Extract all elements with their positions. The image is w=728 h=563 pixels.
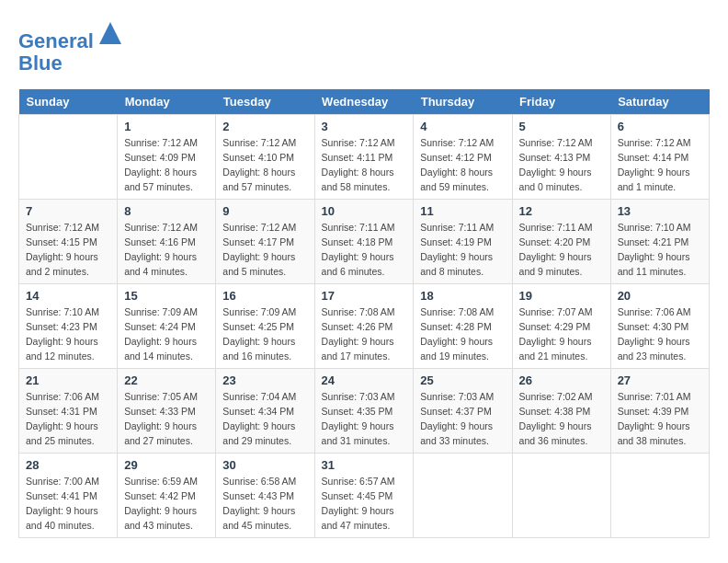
day-number: 28 [26,458,110,472]
calendar-cell: 14Sunrise: 7:10 AMSunset: 4:23 PMDayligh… [19,284,118,369]
day-info: Sunrise: 7:08 AMSunset: 4:28 PMDaylight:… [420,305,505,363]
day-info: Sunrise: 6:57 AMSunset: 4:45 PMDaylight:… [322,475,407,533]
day-number: 23 [222,373,307,387]
day-number: 18 [420,289,505,303]
day-info: Sunrise: 7:11 AMSunset: 4:18 PMDaylight:… [322,221,407,279]
day-number: 2 [222,120,307,133]
day-info: Sunrise: 6:58 AMSunset: 4:43 PMDaylight:… [222,475,307,533]
calendar-cell: 19Sunrise: 7:07 AMSunset: 4:29 PMDayligh… [512,284,610,369]
day-info: Sunrise: 7:05 AMSunset: 4:33 PMDaylight:… [124,390,209,448]
day-number: 13 [618,204,702,218]
calendar-cell: 31Sunrise: 6:57 AMSunset: 4:45 PMDayligh… [314,454,414,538]
day-number: 25 [420,373,505,387]
calendar-cell: 22Sunrise: 7:05 AMSunset: 4:33 PMDayligh… [118,369,216,454]
day-number: 9 [222,204,307,218]
calendar-cell: 1Sunrise: 7:12 AMSunset: 4:09 PMDaylight… [118,115,216,200]
day-number: 20 [618,289,702,303]
day-info: Sunrise: 7:10 AMSunset: 4:23 PMDaylight:… [26,305,110,363]
calendar-cell: 15Sunrise: 7:09 AMSunset: 4:24 PMDayligh… [118,284,216,369]
day-info: Sunrise: 7:06 AMSunset: 4:30 PMDaylight:… [618,305,702,363]
calendar-cell: 9Sunrise: 7:12 AMSunset: 4:17 PMDaylight… [216,200,314,284]
day-info: Sunrise: 7:10 AMSunset: 4:21 PMDaylight:… [618,221,702,279]
day-number: 24 [322,373,407,387]
day-info: Sunrise: 7:09 AMSunset: 4:25 PMDaylight:… [222,305,307,363]
calendar-cell: 21Sunrise: 7:06 AMSunset: 4:31 PMDayligh… [19,369,118,454]
logo-general: General [18,29,94,52]
day-number: 16 [222,289,307,303]
logo: General Blue [18,18,125,75]
logo-icon [96,18,125,48]
calendar-cell: 8Sunrise: 7:12 AMSunset: 4:16 PMDaylight… [118,200,216,284]
calendar-cell: 7Sunrise: 7:12 AMSunset: 4:15 PMDaylight… [19,200,118,284]
day-info: Sunrise: 7:11 AMSunset: 4:19 PMDaylight:… [420,221,505,279]
calendar-cell: 11Sunrise: 7:11 AMSunset: 4:19 PMDayligh… [414,200,512,284]
day-header-monday: Monday [118,89,216,115]
day-number: 21 [26,373,110,387]
calendar-cell: 16Sunrise: 7:09 AMSunset: 4:25 PMDayligh… [216,284,314,369]
day-header-friday: Friday [512,89,610,115]
day-number: 4 [420,120,505,133]
calendar-cell: 10Sunrise: 7:11 AMSunset: 4:18 PMDayligh… [314,200,414,284]
day-info: Sunrise: 7:12 AMSunset: 4:12 PMDaylight:… [420,136,505,194]
calendar-cell: 13Sunrise: 7:10 AMSunset: 4:21 PMDayligh… [610,200,709,284]
calendar-cell: 18Sunrise: 7:08 AMSunset: 4:28 PMDayligh… [414,284,512,369]
day-info: Sunrise: 7:12 AMSunset: 4:16 PMDaylight:… [124,221,209,279]
day-number: 30 [222,458,307,472]
calendar-week-5: 28Sunrise: 7:00 AMSunset: 4:41 PMDayligh… [19,454,710,538]
day-header-saturday: Saturday [610,89,709,115]
calendar-cell: 5Sunrise: 7:12 AMSunset: 4:13 PMDaylight… [512,115,610,200]
day-header-wednesday: Wednesday [314,89,414,115]
calendar-cell [19,115,118,200]
day-number: 11 [420,204,505,218]
day-info: Sunrise: 7:12 AMSunset: 4:15 PMDaylight:… [26,221,110,279]
calendar-cell: 2Sunrise: 7:12 AMSunset: 4:10 PMDaylight… [216,115,314,200]
day-info: Sunrise: 7:01 AMSunset: 4:39 PMDaylight:… [618,390,702,448]
day-number: 3 [322,120,407,133]
day-info: Sunrise: 7:11 AMSunset: 4:20 PMDaylight:… [519,221,604,279]
day-number: 5 [519,120,604,133]
calendar-cell: 30Sunrise: 6:58 AMSunset: 4:43 PMDayligh… [216,454,314,538]
calendar-cell: 20Sunrise: 7:06 AMSunset: 4:30 PMDayligh… [610,284,709,369]
day-info: Sunrise: 7:04 AMSunset: 4:34 PMDaylight:… [222,390,307,448]
calendar-cell: 12Sunrise: 7:11 AMSunset: 4:20 PMDayligh… [512,200,610,284]
calendar-table: SundayMondayTuesdayWednesdayThursdayFrid… [18,89,710,538]
day-info: Sunrise: 6:59 AMSunset: 4:42 PMDaylight:… [124,475,209,533]
day-info: Sunrise: 7:06 AMSunset: 4:31 PMDaylight:… [26,390,110,448]
day-number: 15 [124,289,209,303]
calendar-cell: 29Sunrise: 6:59 AMSunset: 4:42 PMDayligh… [118,454,216,538]
day-number: 17 [322,289,407,303]
calendar-week-2: 7Sunrise: 7:12 AMSunset: 4:15 PMDaylight… [19,200,710,284]
calendar-cell: 4Sunrise: 7:12 AMSunset: 4:12 PMDaylight… [414,115,512,200]
day-header-thursday: Thursday [414,89,512,115]
calendar-cell: 26Sunrise: 7:02 AMSunset: 4:38 PMDayligh… [512,369,610,454]
day-number: 29 [124,458,209,472]
day-number: 10 [322,204,407,218]
calendar-cell: 28Sunrise: 7:00 AMSunset: 4:41 PMDayligh… [19,454,118,538]
calendar-cell [414,454,512,538]
calendar-header-row: SundayMondayTuesdayWednesdayThursdayFrid… [19,89,710,115]
calendar-cell: 25Sunrise: 7:03 AMSunset: 4:37 PMDayligh… [414,369,512,454]
day-header-tuesday: Tuesday [216,89,314,115]
logo-blue: Blue [18,52,63,75]
calendar-cell: 17Sunrise: 7:08 AMSunset: 4:26 PMDayligh… [314,284,414,369]
day-number: 7 [26,204,110,218]
day-number: 14 [26,289,110,303]
day-number: 12 [519,204,604,218]
day-number: 8 [124,204,209,218]
calendar-cell: 3Sunrise: 7:12 AMSunset: 4:11 PMDaylight… [314,115,414,200]
svg-marker-0 [99,22,121,44]
calendar-cell: 6Sunrise: 7:12 AMSunset: 4:14 PMDaylight… [610,115,709,200]
page-header: General Blue [18,18,710,75]
day-info: Sunrise: 7:03 AMSunset: 4:37 PMDaylight:… [420,390,505,448]
day-number: 1 [124,120,209,133]
day-header-sunday: Sunday [19,89,118,115]
day-number: 19 [519,289,604,303]
day-number: 22 [124,373,209,387]
calendar-week-1: 1Sunrise: 7:12 AMSunset: 4:09 PMDaylight… [19,115,710,200]
calendar-cell: 27Sunrise: 7:01 AMSunset: 4:39 PMDayligh… [610,369,709,454]
day-info: Sunrise: 7:09 AMSunset: 4:24 PMDaylight:… [124,305,209,363]
day-number: 27 [618,373,702,387]
day-info: Sunrise: 7:08 AMSunset: 4:26 PMDaylight:… [322,305,407,363]
day-info: Sunrise: 7:12 AMSunset: 4:13 PMDaylight:… [519,136,604,194]
day-info: Sunrise: 7:12 AMSunset: 4:17 PMDaylight:… [222,221,307,279]
